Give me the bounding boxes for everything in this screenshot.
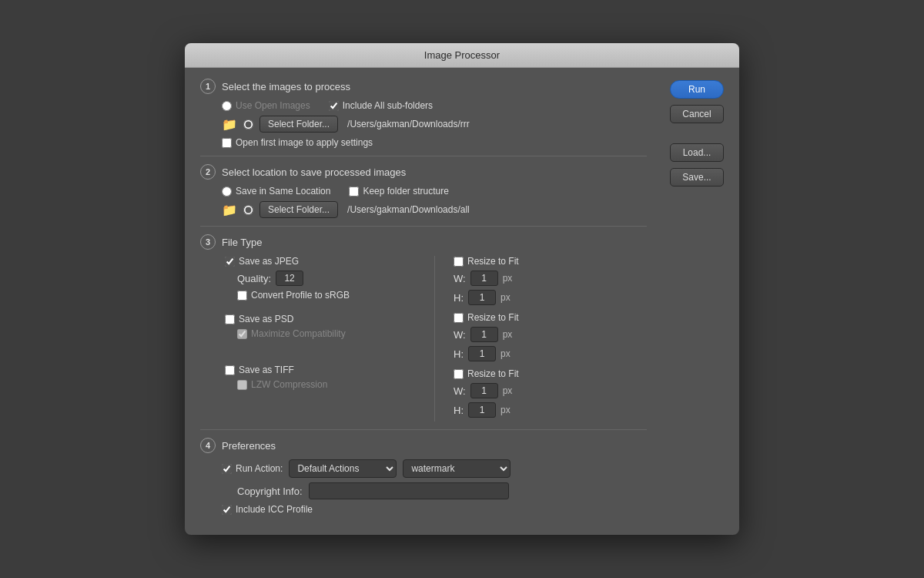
tiff-h-row: H: px: [450, 402, 647, 418]
psd-h-px: px: [500, 348, 511, 359]
side-buttons-panel: Run Cancel Load... Save...: [670, 79, 724, 187]
psd-h-label: H:: [454, 348, 464, 360]
psd-resize-row: Resize to Fit: [450, 312, 647, 323]
psd-row: Save as PSD: [222, 314, 427, 324]
open-first-image-checkbox[interactable]: [222, 138, 232, 148]
quality-label: Quality:: [237, 273, 271, 284]
filetype-grid: Save as JPEG Quality: Convert Profil: [222, 256, 647, 422]
folder-icon-2: 📁: [222, 203, 237, 217]
section-2-row-1: Save in Same Location Keep folder struct…: [222, 186, 647, 197]
maximize-compat-checkbox[interactable]: [237, 329, 247, 339]
run-action-checkbox[interactable]: [222, 464, 232, 474]
select-folder-button-2[interactable]: Select Folder...: [259, 201, 338, 218]
tiff-h-label: H:: [454, 405, 464, 416]
select-folder-radio-2[interactable]: [243, 205, 253, 215]
quality-input[interactable]: [276, 271, 303, 286]
dialog-title: Image Processor: [424, 49, 500, 61]
load-button[interactable]: Load...: [670, 143, 724, 162]
include-icc-checkbox[interactable]: [222, 505, 232, 515]
quality-row: Quality:: [222, 271, 427, 286]
resize-fit-tiff-checkbox[interactable]: [454, 369, 464, 379]
include-subfolders-checkbox[interactable]: [329, 101, 339, 111]
section-1-content: Use Open Images Include All sub-folders …: [200, 100, 647, 148]
cancel-button[interactable]: Cancel: [670, 105, 724, 123]
save-psd-label[interactable]: Save as PSD: [225, 314, 293, 324]
use-open-images-radio[interactable]: [222, 101, 232, 111]
open-first-image-label[interactable]: Open first image to apply settings: [222, 137, 373, 148]
save-same-location-label[interactable]: Save in Same Location: [222, 186, 330, 197]
select-folder-button-1[interactable]: Select Folder...: [259, 116, 338, 133]
tiff-w-row: W: px: [450, 383, 647, 398]
psd-h-input[interactable]: [468, 346, 496, 361]
section-1-row-1: Use Open Images Include All sub-folders: [222, 100, 647, 111]
copyright-row: Copyright Info:: [222, 482, 647, 499]
jpeg-h-label: H:: [454, 292, 464, 304]
resize-fit-psd-checkbox[interactable]: [454, 313, 464, 323]
section-1-row-3: Open first image to apply settings: [222, 137, 647, 148]
lzw-row: LZW Compression: [222, 379, 427, 390]
tiff-resize-row: Resize to Fit: [450, 368, 647, 379]
icc-row: Include ICC Profile: [222, 504, 647, 515]
jpeg-row: Save as JPEG: [222, 256, 427, 267]
lzw-compression-checkbox[interactable]: [237, 380, 247, 390]
copyright-input[interactable]: [309, 482, 509, 499]
section-1: 1 Select the images to process Use Open …: [200, 79, 647, 148]
section-3-title: File Type: [222, 237, 263, 248]
image-processor-dialog: Image Processor Run Cancel Load... Save.…: [185, 43, 739, 535]
folder-path-1: /Users/gakman/Downloads/rrr: [347, 119, 470, 129]
dialog-title-bar: Image Processor: [185, 43, 739, 68]
save-same-location-radio[interactable]: [222, 187, 232, 197]
save-jpeg-label[interactable]: Save as JPEG: [225, 256, 299, 267]
resize-fit-jpeg-checkbox[interactable]: [454, 257, 464, 267]
keep-folder-structure-label[interactable]: Keep folder structure: [349, 186, 448, 197]
save-tiff-label[interactable]: Save as TIFF: [225, 365, 294, 375]
actions-dropdown-1[interactable]: Default Actions: [289, 459, 397, 478]
jpeg-h-row: H: px: [450, 290, 647, 305]
section-1-number: 1: [200, 79, 216, 94]
section-4-header: 4 Preferences: [200, 438, 647, 453]
resize-fit-tiff-label[interactable]: Resize to Fit: [454, 368, 519, 379]
jpeg-h-input[interactable]: [468, 290, 496, 305]
jpeg-w-row: W: px: [450, 271, 647, 286]
tiff-w-input[interactable]: [470, 383, 498, 398]
use-open-images-label[interactable]: Use Open Images: [222, 100, 310, 111]
include-icc-label[interactable]: Include ICC Profile: [222, 504, 313, 515]
actions-dropdown-2[interactable]: watermark: [403, 459, 511, 478]
section-3: 3 File Type Save as JPEG: [200, 234, 647, 422]
keep-folder-structure-checkbox[interactable]: [349, 187, 359, 197]
include-subfolders-label[interactable]: Include All sub-folders: [329, 100, 433, 111]
section-2: 2 Select location to save processed imag…: [200, 164, 647, 218]
section-1-header: 1 Select the images to process: [200, 79, 647, 94]
section-2-row-2: 📁 Select Folder... /Users/gakman/Downloa…: [222, 201, 647, 218]
psd-h-row: H: px: [450, 346, 647, 361]
save-jpeg-checkbox[interactable]: [225, 257, 235, 267]
select-folder-radio-1[interactable]: [243, 119, 253, 129]
folder-icon-1: 📁: [222, 117, 237, 132]
section-1-row-2: 📁 Select Folder... /Users/gakman/Downloa…: [222, 116, 647, 133]
resize-fit-psd-label[interactable]: Resize to Fit: [454, 312, 519, 323]
run-button[interactable]: Run: [670, 80, 724, 99]
filetype-right-col: Resize to Fit W: px H: px: [434, 256, 647, 422]
convert-profile-label[interactable]: Convert Profile to sRGB: [237, 290, 350, 301]
jpeg-resize-row: Resize to Fit: [450, 256, 647, 267]
convert-profile-checkbox[interactable]: [237, 291, 247, 301]
save-tiff-checkbox[interactable]: [225, 365, 235, 375]
convert-profile-row: Convert Profile to sRGB: [222, 290, 427, 301]
tiff-row: Save as TIFF: [222, 365, 427, 375]
psd-w-px: px: [503, 329, 513, 340]
tiff-h-input[interactable]: [468, 402, 496, 418]
save-button[interactable]: Save...: [670, 168, 724, 187]
jpeg-w-input[interactable]: [470, 271, 498, 286]
psd-w-input[interactable]: [470, 327, 498, 342]
run-action-checkbox-label[interactable]: Run Action:: [222, 463, 283, 474]
section-3-number: 3: [200, 234, 216, 250]
jpeg-h-px: px: [500, 292, 511, 303]
section-4-number: 4: [200, 438, 216, 453]
maximize-compat-label[interactable]: Maximize Compatibility: [237, 328, 346, 339]
tiff-h-px: px: [500, 405, 511, 415]
tiff-w-label: W:: [454, 385, 466, 397]
resize-fit-jpeg-label[interactable]: Resize to Fit: [454, 256, 519, 267]
run-action-row: Run Action: Default Actions watermark: [222, 459, 647, 478]
save-psd-checkbox[interactable]: [225, 314, 235, 324]
lzw-compression-label[interactable]: LZW Compression: [237, 379, 327, 390]
